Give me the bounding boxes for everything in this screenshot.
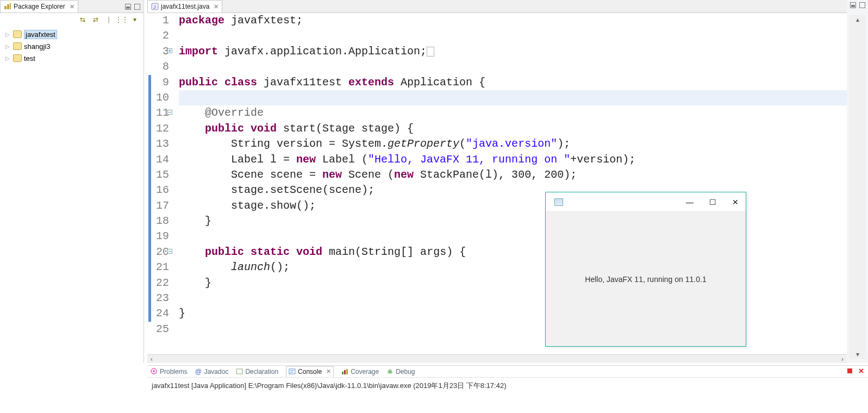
tab-declaration[interactable]: Declaration <box>236 368 278 376</box>
remove-launch-icon[interactable] <box>858 367 865 376</box>
scroll-up-icon[interactable]: ▴ <box>849 15 866 24</box>
svg-rect-2 <box>10 3 11 9</box>
code-line[interactable]: public void start(Stage stage) { <box>179 121 847 136</box>
code-line[interactable] <box>179 28 847 43</box>
tab-coverage[interactable]: Coverage <box>341 368 379 376</box>
window-minimize-icon[interactable]: — <box>686 198 694 206</box>
code-line[interactable]: @Override <box>179 105 847 121</box>
line-number[interactable]: 23 <box>147 291 169 306</box>
tab-javadoc[interactable]: @Javadoc <box>195 368 229 376</box>
view-menu-icon[interactable]: ▾ <box>130 15 139 24</box>
line-number[interactable]: 21 <box>147 260 169 275</box>
line-number[interactable]: 9 <box>147 75 169 90</box>
code-line[interactable] <box>179 322 847 337</box>
scroll-left-icon[interactable]: ‹ <box>147 355 156 364</box>
scroll-right-icon[interactable]: › <box>838 355 847 364</box>
svg-rect-1 <box>7 4 9 9</box>
editor-tab[interactable]: J javafx11test.java ✕ <box>147 0 222 12</box>
line-number[interactable]: 25 <box>147 322 169 337</box>
svg-text:J: J <box>153 4 156 10</box>
tab-debug[interactable]: Debug <box>386 368 415 376</box>
code-line[interactable]: Scene scene = new Scene (new StackPane(l… <box>179 167 847 183</box>
maximize-pane-icon[interactable] <box>859 2 865 8</box>
project-item-test[interactable]: ▷test <box>0 52 143 64</box>
code-line[interactable]: } <box>179 276 847 291</box>
line-number-gutter[interactable]: 1238910111213141516171819202122232425 <box>147 13 173 354</box>
line-number[interactable]: 8 <box>147 59 169 74</box>
javafx-app-window[interactable]: — ☐ ✕ Hello, JavaFX 11, running on 11.0.… <box>545 192 746 347</box>
collapse-all-icon[interactable]: ⇆ <box>78 15 87 24</box>
code-line[interactable]: } <box>179 214 847 229</box>
line-number[interactable]: 18 <box>147 214 169 229</box>
package-explorer-icon <box>4 3 11 10</box>
vertical-scrollbar[interactable]: ▴ ▾ <box>849 15 866 359</box>
code-line[interactable] <box>179 291 847 306</box>
project-label: shangji3 <box>24 42 50 51</box>
code-line[interactable] <box>179 90 847 105</box>
line-number[interactable]: 2 <box>147 28 169 43</box>
code-line[interactable]: Label l = new Label ("Hello, JavaFX 11, … <box>179 152 847 167</box>
project-item-shangji3[interactable]: ▷shangji3 <box>0 40 143 52</box>
code-line[interactable]: public static void main(String[] args) { <box>179 245 847 260</box>
project-label: test <box>24 54 35 62</box>
horizontal-scrollbar[interactable]: ‹ › <box>147 354 847 363</box>
line-number[interactable]: 22 <box>147 276 169 291</box>
twisty-icon[interactable]: ▷ <box>4 55 11 61</box>
line-number[interactable]: 13 <box>147 136 169 152</box>
package-explorer-tab[interactable]: Package Explorer ✕ <box>0 0 78 12</box>
line-number[interactable]: 20 <box>147 245 169 260</box>
window-titlebar[interactable]: — ☐ ✕ <box>546 192 746 212</box>
minimize-pane-icon[interactable] <box>125 4 131 10</box>
project-folder-icon <box>13 42 22 50</box>
line-number[interactable]: 15 <box>147 167 169 183</box>
fold-toggle-icon[interactable] <box>167 48 172 53</box>
line-number[interactable]: 14 <box>147 152 169 167</box>
code-line[interactable]: import javafx.application.Application; <box>179 44 847 59</box>
line-number[interactable]: 1 <box>147 13 169 28</box>
separator-icon: | <box>104 15 113 24</box>
line-number[interactable]: 10 <box>147 90 169 105</box>
code-line[interactable] <box>179 229 847 244</box>
twisty-icon[interactable]: ▷ <box>4 32 11 37</box>
minimize-pane-icon[interactable] <box>850 2 856 8</box>
line-number[interactable]: 11 <box>147 105 169 121</box>
tab-console[interactable]: Console✕ <box>286 366 334 377</box>
app-icon <box>554 198 563 206</box>
project-folder-icon <box>13 54 22 62</box>
editor-tabbar: J javafx11test.java ✕ <box>147 0 847 13</box>
line-number[interactable]: 24 <box>147 306 169 321</box>
close-icon[interactable]: ✕ <box>70 3 74 10</box>
line-number[interactable]: 19 <box>147 229 169 244</box>
code-line[interactable]: public class javafx11test extends Applic… <box>179 75 847 90</box>
close-icon[interactable]: ✕ <box>326 368 331 375</box>
maximize-pane-icon[interactable] <box>134 4 140 10</box>
window-maximize-icon[interactable]: ☐ <box>709 198 716 206</box>
close-icon[interactable]: ✕ <box>214 3 218 10</box>
code-line[interactable]: } <box>179 306 847 321</box>
svg-rect-9 <box>344 370 346 374</box>
code-line[interactable]: package javafxtest; <box>179 13 847 28</box>
tab-problems[interactable]: Problems <box>151 368 188 376</box>
code-line[interactable]: String version = System.getProperty("jav… <box>179 136 847 152</box>
console-launch-info: javafx11test [Java Application] E:\Progr… <box>147 378 868 394</box>
window-close-icon[interactable]: ✕ <box>732 198 739 206</box>
line-number[interactable]: 12 <box>147 121 169 136</box>
line-number[interactable]: 17 <box>147 198 169 214</box>
filters-icon[interactable]: ⋮⋮ <box>117 15 126 24</box>
code-line[interactable]: stage.setScene(scene); <box>179 183 847 198</box>
scroll-down-icon[interactable]: ▾ <box>849 350 866 359</box>
line-number[interactable]: 16 <box>147 183 169 198</box>
editor-right-strip: ▴ ▾ <box>847 0 868 363</box>
twisty-icon[interactable]: ▷ <box>4 43 11 49</box>
link-editor-icon[interactable]: ⇄ <box>91 15 100 24</box>
line-number[interactable]: 3 <box>147 44 169 59</box>
project-item-javafxtest[interactable]: ▷javafxtest <box>0 28 143 40</box>
code-line[interactable] <box>179 59 847 74</box>
fold-toggle-icon[interactable] <box>167 110 172 115</box>
fold-toggle-icon[interactable] <box>167 249 172 254</box>
declaration-icon <box>236 368 243 375</box>
code-line[interactable]: stage.show(); <box>179 198 847 214</box>
javadoc-icon: @ <box>195 368 202 375</box>
terminate-icon[interactable] <box>846 367 853 376</box>
code-line[interactable]: launch(); <box>179 260 847 275</box>
